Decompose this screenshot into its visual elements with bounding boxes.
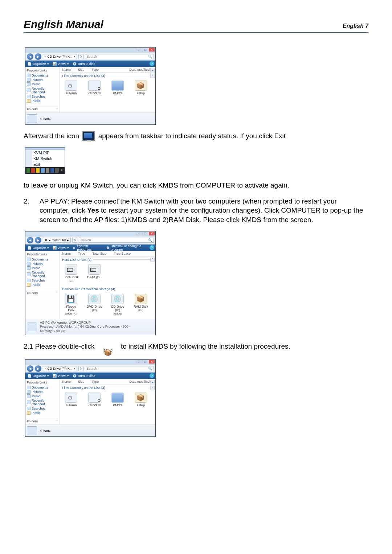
uninstall-button[interactable]: 🗑 Uninstall or change a program [106,244,153,251]
forward-button[interactable]: ► [35,237,41,243]
help-button[interactable]: ? [150,373,154,378]
file-setup[interactable]: setup [132,393,149,407]
group-hdd: Hard Disk Drives (2) [62,258,153,262]
sidebar-item-searches[interactable]: Searches [27,406,58,411]
close-button[interactable]: ✕ [149,360,155,364]
file-kmds[interactable]: KMDS [109,81,126,95]
maximize-button[interactable]: □ [142,360,148,364]
back-button[interactable]: ◄ [27,365,33,372]
back-button[interactable]: ◄ [27,53,33,60]
refresh-button[interactable]: ↻ [72,238,77,243]
explorer-cd-drive-2: – □ ✕ ◄ ► « CD Drive (F:) K...▾ ↻ Search… [25,359,156,437]
minimize-button[interactable]: – [136,232,142,235]
drive-local-c[interactable]: Local Disk(C:) [63,264,79,282]
menu-item-km-switch[interactable]: KM Switch [32,156,65,161]
columns-more-button[interactable]: » [150,380,155,384]
drive-ram-g[interactable]: RAM Disk(G:) [132,294,149,315]
minimize-button[interactable]: – [136,48,142,52]
burn-button[interactable]: 💿 Burn to disc [73,62,95,66]
body-paragraph-4: 2.1 Please double-click setup to install… [24,342,368,353]
breadcrumb[interactable]: « CD Drive (F:) K...▾ [43,366,77,371]
close-button[interactable]: ✕ [149,48,155,52]
search-input[interactable]: Search🔍 [85,54,154,59]
organize-menu[interactable]: 📄 Organize ▾ [28,374,49,378]
sidebar-item-pictures[interactable]: Pictures [27,262,58,266]
menu-item-kvm-pip[interactable]: KVM PIP [32,150,65,156]
forward-button[interactable]: ► [35,53,41,60]
favorite-links-header: Favorite Links [27,381,58,384]
breadcrumb[interactable]: « CD Drive (F:) K...▾ [43,54,77,59]
search-icon: 🔍 [148,367,152,370]
file-kmds[interactable]: KMDS [109,393,126,407]
sidebar-item-music[interactable]: Music [27,82,58,86]
window-titlebar: – □ ✕ [25,360,155,365]
tray-context-menu: KVM PIP KM Switch Exit ◄ [25,147,65,174]
sidebar-item-public[interactable]: Public [27,99,58,103]
scroll-up-button[interactable]: ˄ [150,258,155,262]
search-input[interactable]: Search🔍 [79,238,154,243]
back-button[interactable]: ◄ [27,237,33,243]
minimize-button[interactable]: – [136,360,142,364]
organize-menu[interactable]: 📄 Organize ▾ [28,62,49,66]
search-input[interactable]: Search🔍 [85,366,154,371]
sidebar-item-documents[interactable]: Documents [27,257,58,262]
column-headers[interactable]: Name Size Type Date modified [60,379,155,385]
file-autorun[interactable]: autorun [63,393,79,407]
help-button[interactable]: ? [150,61,154,66]
drive-cd-f[interactable]: CD Drive (F:)KMDS [109,294,126,315]
sidebar-item-recent[interactable]: Recently Changed [27,86,58,94]
drive-floppy-a[interactable]: Floppy DiskDrive (A:) [63,294,79,315]
breadcrumb[interactable]: 🖥 ▸ Computer ▸ [43,238,71,243]
status-bar: 4 items [25,424,155,436]
nav-bar: ◄ ► « CD Drive (F:) K...▾ ↻ Search🔍 [25,365,155,373]
columns-more-button[interactable]: » [150,68,155,72]
folders-toggle[interactable]: Folders˄ [27,418,58,423]
sidebar-item-music[interactable]: Music [27,394,58,398]
forward-button[interactable]: ► [35,365,41,372]
sidebar-item-documents[interactable]: Documents [27,73,58,78]
views-menu[interactable]: 📊 Views ▾ [53,246,69,250]
file-setup[interactable]: setup [132,81,149,95]
folders-toggle[interactable]: Folders˄ [27,290,58,295]
sidebar-item-pictures[interactable]: Pictures [27,390,58,394]
folders-toggle[interactable]: Folders˄ [27,106,58,111]
maximize-button[interactable]: □ [142,232,148,235]
maximize-button[interactable]: □ [142,48,148,52]
help-button[interactable]: ? [150,245,154,250]
search-icon: 🔍 [148,238,152,242]
column-headers[interactable]: Name Size Type Date modified [60,67,155,73]
drive-data-d[interactable]: DATA (D:) [86,264,103,282]
sidebar-item-recent[interactable]: Recently Changed [27,398,58,406]
sidebar-item-public[interactable]: Public [27,411,58,415]
file-group-header: Files Currently on the Disc (4) [62,386,153,390]
organize-menu[interactable]: 📄 Organize ▾ [28,246,49,250]
refresh-button[interactable]: ↻ [78,366,83,371]
chevron-up-icon: ˄ [56,291,58,295]
sidebar-item-documents[interactable]: Documents [27,385,58,390]
file-autorun[interactable]: autorun [63,81,79,95]
refresh-button[interactable]: ↻ [78,54,83,59]
sidebar-item-searches[interactable]: Searches [27,94,58,99]
menu-item-exit[interactable]: Exit [32,161,65,167]
system-properties-button[interactable]: 🖥 System properties [73,244,102,251]
drive-dvd-e[interactable]: DVD Drive(E:) [86,294,103,315]
column-headers[interactable]: Name Type Total Size Free Space [60,251,155,257]
window-titlebar: – □ ✕ [25,231,155,237]
sidebar-item-searches[interactable]: Searches [27,278,58,283]
file-group-header: Files Currently on the Disc (4) [62,74,153,78]
explorer-cd-drive: – □ ✕ ◄ ► « CD Drive (F:) K...▾ ↻ Search… [25,47,156,125]
sidebar-item-music[interactable]: Music [27,266,58,270]
views-menu[interactable]: 📊 Views ▾ [53,374,69,378]
scroll-up-button[interactable]: ˄ [150,74,155,78]
sidebar-item-public[interactable]: Public [27,283,58,287]
sidebar-item-pictures[interactable]: Pictures [27,78,58,82]
burn-button[interactable]: 💿 Burn to disc [73,374,95,378]
close-button[interactable]: ✕ [149,232,155,235]
file-kmds-dll[interactable]: KMDS.dll [86,81,103,95]
views-menu[interactable]: 📊 Views ▾ [53,62,69,66]
scroll-up-button[interactable]: ˄ [150,386,155,390]
search-icon: 🔍 [148,55,152,58]
file-kmds-dll[interactable]: KMDS.dll [86,393,103,407]
page-header: English Manual English 7 [24,18,368,33]
sidebar-item-recent[interactable]: Recently Changed [27,270,58,278]
